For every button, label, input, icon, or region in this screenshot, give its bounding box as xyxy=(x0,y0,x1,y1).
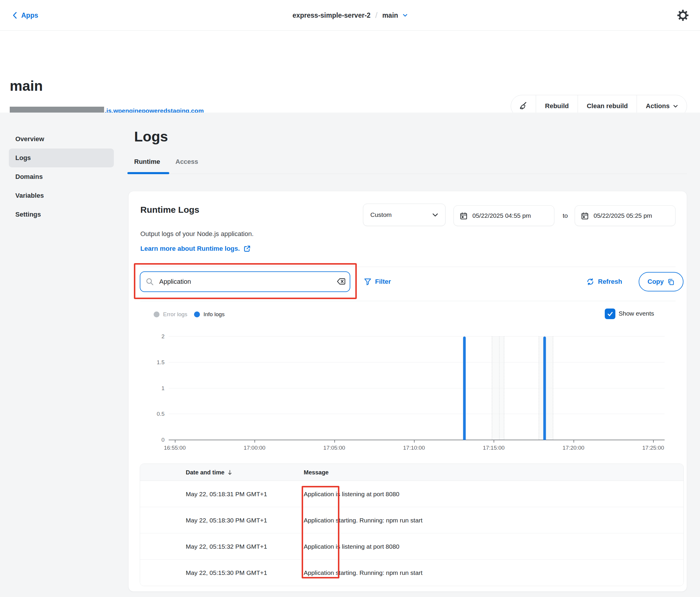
filter-button[interactable]: Filter xyxy=(364,271,391,292)
x-tick xyxy=(175,440,175,443)
section-title: Logs xyxy=(134,128,168,145)
search-input[interactable] xyxy=(140,271,350,292)
time-range-value: Custom xyxy=(370,211,392,218)
top-nav: Apps express-simple-server-2 / main xyxy=(0,0,700,31)
date-to-value: 05/22/2025 05:25 pm xyxy=(594,212,652,219)
gear-icon[interactable] xyxy=(677,9,689,21)
page-title: main xyxy=(10,78,43,94)
sidebar-nav: Overview Logs Domains Variables Settings xyxy=(9,130,114,224)
event-line xyxy=(499,337,500,440)
chart-bar xyxy=(463,337,466,440)
back-label: Apps xyxy=(21,11,38,20)
table-row: May 22, 05:15:32 PM GMT+1 Application is… xyxy=(140,534,683,560)
breadcrumb-separator: / xyxy=(375,10,378,20)
external-link-icon xyxy=(243,245,251,253)
tab-runtime[interactable]: Runtime xyxy=(134,158,160,173)
y-tick-label: 0.5 xyxy=(157,411,165,417)
clean-rebuild-label: Clean rebuild xyxy=(587,102,628,110)
funnel-icon xyxy=(364,278,372,286)
date-to-field[interactable]: 05/22/2025 05:25 pm xyxy=(575,205,676,226)
broom-icon xyxy=(519,101,528,111)
show-events-checkbox[interactable] xyxy=(605,309,616,319)
tab-access[interactable]: Access xyxy=(175,158,198,173)
chevron-down-icon xyxy=(673,105,678,108)
runtime-logs-card: Runtime Logs Output logs of your Node.js… xyxy=(128,191,687,592)
legend-info-logs[interactable]: Info logs xyxy=(203,311,225,318)
chart-y-axis-labels: 00.511.52 xyxy=(140,337,165,440)
breadcrumb: express-simple-server-2 / main xyxy=(293,0,407,31)
copy-icon xyxy=(667,278,675,286)
tabs-divider xyxy=(128,174,687,174)
divider xyxy=(140,267,676,267)
chart-bar xyxy=(544,337,546,440)
date-from-value: 05/22/2025 04:55 pm xyxy=(472,212,531,219)
gridline xyxy=(169,336,665,337)
show-events-label: Show events xyxy=(619,310,654,317)
calendar-icon xyxy=(460,212,468,220)
legend-error-logs[interactable]: Error logs xyxy=(163,311,187,318)
table-row: May 22, 05:18:30 PM GMT+1 Application st… xyxy=(140,507,683,534)
divider xyxy=(140,301,676,301)
event-band xyxy=(492,337,504,440)
chevron-down-icon xyxy=(432,213,438,217)
x-tick xyxy=(414,440,415,443)
x-tick-label: 17:25:00 xyxy=(642,445,664,451)
gridline xyxy=(169,414,665,414)
row-message: Application starting. Running: npm run s… xyxy=(304,507,423,534)
clear-search-icon[interactable] xyxy=(337,278,346,285)
refresh-label: Refresh xyxy=(598,278,622,286)
log-volume-chart: 00.511.52 16:55:0017:00:0017:05:0017:10:… xyxy=(129,327,687,457)
sidebar-item-domains[interactable]: Domains xyxy=(9,167,114,186)
gridline xyxy=(169,388,665,388)
row-message: Application starting. Running: npm run s… xyxy=(304,560,423,586)
copy-label: Copy xyxy=(648,278,664,286)
breadcrumb-app-name[interactable]: express-simple-server-2 xyxy=(293,11,371,20)
check-icon xyxy=(606,310,614,317)
x-tick xyxy=(494,440,494,443)
x-tick-label: 17:20:00 xyxy=(562,445,584,451)
back-to-apps-link[interactable]: Apps xyxy=(12,0,38,31)
x-tick-label: 17:00:00 xyxy=(244,445,266,451)
rebuild-label: Rebuild xyxy=(545,102,569,110)
y-tick-label: 0 xyxy=(161,437,165,443)
refresh-icon xyxy=(586,278,595,286)
column-header-message: Message xyxy=(304,464,329,481)
x-tick xyxy=(574,440,574,443)
row-message: Application is listening at port 8080 xyxy=(304,534,400,560)
learn-more-link[interactable]: Learn more about Runtime logs. xyxy=(140,245,251,253)
row-datetime: May 22, 05:15:32 PM GMT+1 xyxy=(186,534,267,560)
x-tick xyxy=(254,440,255,443)
chart-x-axis-line xyxy=(169,440,665,440)
to-label: to xyxy=(557,205,573,226)
sidebar-item-logs[interactable]: Logs xyxy=(9,149,114,167)
x-tick-label: 17:10:00 xyxy=(403,445,425,451)
sidebar-item-overview[interactable]: Overview xyxy=(9,130,114,149)
sidebar-item-settings[interactable]: Settings xyxy=(9,205,114,224)
refresh-button[interactable]: Refresh xyxy=(586,271,622,292)
chevron-down-icon[interactable] xyxy=(403,14,407,17)
row-datetime: May 22, 05:15:30 PM GMT+1 xyxy=(186,560,267,586)
time-range-select[interactable]: Custom xyxy=(363,204,446,226)
column-header-datetime[interactable]: Date and time xyxy=(186,464,232,481)
datetime-header-label: Date and time xyxy=(186,469,224,476)
y-tick-label: 1.5 xyxy=(157,359,165,366)
error-logs-dot xyxy=(154,311,159,317)
message-header-label: Message xyxy=(304,469,329,476)
x-tick-label: 16:55:00 xyxy=(164,445,186,451)
copy-button[interactable]: Copy xyxy=(639,272,683,291)
x-tick-label: 17:15:00 xyxy=(483,445,504,451)
y-tick-label: 1 xyxy=(161,385,165,392)
breadcrumb-env-name[interactable]: main xyxy=(382,11,398,20)
table-row: May 22, 05:15:30 PM GMT+1 Application st… xyxy=(140,560,683,586)
active-tab-underline xyxy=(127,172,169,174)
sidebar-item-variables[interactable]: Variables xyxy=(9,186,114,205)
card-title: Runtime Logs xyxy=(140,205,199,215)
filter-label: Filter xyxy=(375,278,391,286)
learn-more-label: Learn more about Runtime logs. xyxy=(140,245,240,253)
card-description: Output logs of your Node.js application. xyxy=(140,230,254,238)
info-logs-dot xyxy=(194,311,200,317)
chart-plot: 16:55:0017:00:0017:05:0017:10:0017:15:00… xyxy=(169,337,665,440)
log-table: Date and time Message May 22, 05:18:31 P… xyxy=(140,464,684,586)
date-from-field[interactable]: 05/22/2025 04:55 pm xyxy=(453,205,554,226)
gridline xyxy=(169,362,665,362)
